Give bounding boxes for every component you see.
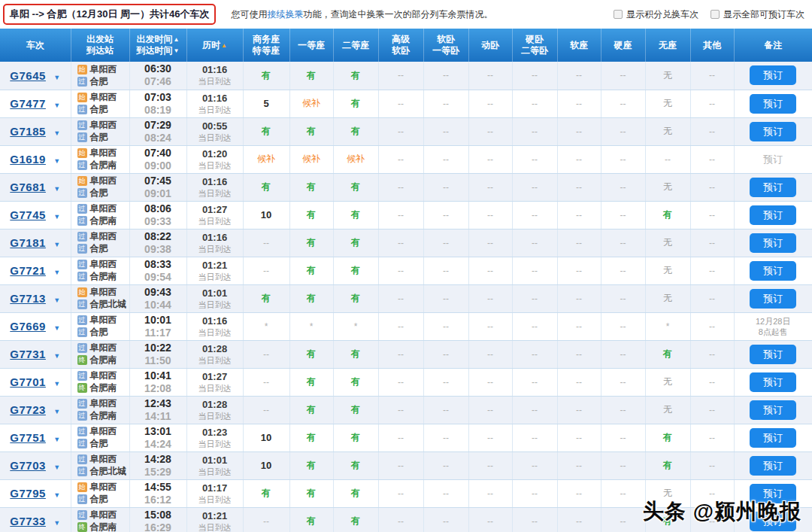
train-number-link[interactable]: G7713 xyxy=(10,292,46,305)
chevron-down-icon[interactable]: ▼ xyxy=(53,102,60,109)
book-button[interactable]: 预订 xyxy=(750,372,796,392)
all-bookable-option[interactable]: 显示全部可预订车次 xyxy=(710,8,804,21)
chevron-down-icon[interactable]: ▼ xyxy=(53,491,60,499)
column-header-times[interactable]: 出发时间▲到达时间▼ xyxy=(129,29,186,62)
seat-first-class: 有 xyxy=(289,229,333,257)
book-button[interactable]: 预订 xyxy=(750,233,796,253)
topbar: 阜阳 --> 合肥（12月30日 周一）共计46个车次 您可使用接续换乘功能，查… xyxy=(0,0,812,29)
seat-soft-seat: -- xyxy=(557,368,601,396)
to-station-badge: 终 xyxy=(77,355,87,365)
book-button[interactable]: 预订 xyxy=(750,512,796,531)
train-number-link[interactable]: G7703 xyxy=(10,459,46,472)
chevron-down-icon[interactable]: ▼ xyxy=(53,324,60,332)
chevron-down-icon[interactable]: ▼ xyxy=(53,464,60,471)
stations-cell: 过 阜阳西 终 合肥南 xyxy=(71,507,129,532)
points-exchange-option[interactable]: 显示积分兑换车次 xyxy=(614,8,698,21)
stations-cell: 始 阜阳西 过 合肥南 xyxy=(71,145,129,173)
duration-cell: 01:01 当日到达 xyxy=(186,451,243,479)
seat-motor-sleeper: -- xyxy=(468,368,512,396)
seat-hard-sleeper: -- xyxy=(512,424,557,451)
arrival-day: 当日到达 xyxy=(187,327,243,338)
book-button[interactable]: 预订 xyxy=(750,456,796,476)
train-number-link[interactable]: G7681 xyxy=(10,181,46,193)
train-number-link[interactable]: G7731 xyxy=(10,348,46,360)
train-number-link[interactable]: G7669 xyxy=(10,320,46,333)
column-header-duration[interactable]: 历时▲ xyxy=(186,29,243,62)
seat-hard-sleeper: -- xyxy=(512,479,557,507)
seat-soft-sleeper: -- xyxy=(423,479,468,507)
seat-premium-soft-sleeper: -- xyxy=(378,368,423,396)
book-button[interactable]: 预订 xyxy=(750,400,796,420)
book-button[interactable]: 预订 xyxy=(750,122,796,141)
all-bookable-checkbox[interactable] xyxy=(710,10,720,19)
column-header-business-seat: 商务座特等座 xyxy=(243,29,289,62)
seat-soft-seat: -- xyxy=(557,145,601,173)
book-button[interactable]: 预订 xyxy=(750,65,796,85)
arrival-day: 当日到达 xyxy=(187,522,243,532)
seat-soft-sleeper: -- xyxy=(423,201,468,229)
action-cell: 预订 xyxy=(734,117,812,145)
chevron-down-icon[interactable]: ▼ xyxy=(53,185,60,193)
from-station: 阜阳西 xyxy=(90,258,117,271)
chevron-down-icon[interactable]: ▼ xyxy=(53,157,60,165)
chevron-down-icon[interactable]: ▼ xyxy=(53,408,60,415)
seat-second-class: 有 xyxy=(333,451,378,479)
chevron-down-icon[interactable]: ▼ xyxy=(53,296,60,304)
train-number-link[interactable]: G7795 xyxy=(10,487,46,500)
train-number-link[interactable]: G7745 xyxy=(10,208,46,221)
book-button[interactable]: 预订 xyxy=(750,345,796,364)
chevron-down-icon[interactable]: ▼ xyxy=(53,436,60,443)
duration-cell: 01:16 当日到达 xyxy=(186,173,243,201)
train-number-link[interactable]: G7477 xyxy=(10,97,46,110)
chevron-down-icon[interactable]: ▼ xyxy=(53,213,60,220)
seat-hard-sleeper: -- xyxy=(512,340,557,368)
points-exchange-checkbox[interactable] xyxy=(614,10,623,19)
chevron-down-icon[interactable]: ▼ xyxy=(53,269,60,276)
chevron-down-icon[interactable]: ▼ xyxy=(53,241,60,248)
book-button[interactable]: 预订 xyxy=(750,261,796,281)
seat-first-class: 有 xyxy=(289,201,333,229)
train-number-link[interactable]: G7733 xyxy=(10,515,46,527)
seat-motor-sleeper: -- xyxy=(468,284,512,312)
departure-time: 13:01 xyxy=(130,425,186,438)
from-station-badge: 过 xyxy=(77,454,87,464)
stations-cell: 过 阜阳西 过 合肥南 xyxy=(71,257,129,284)
train-number-link[interactable]: G7723 xyxy=(10,403,46,416)
book-button[interactable]: 预订 xyxy=(750,484,796,503)
train-number-link[interactable]: G7645 xyxy=(10,69,46,82)
train-number-link[interactable]: G7721 xyxy=(10,264,46,277)
train-number-link[interactable]: G7751 xyxy=(10,431,46,444)
chevron-down-icon[interactable]: ▼ xyxy=(53,380,60,388)
times-cell: 06:30 07:46 xyxy=(129,62,186,90)
book-button[interactable]: 预订 xyxy=(750,428,796,448)
table-row: G7713 ▼ 始 阜阳西 过 合肥北城 09:43 10:44 01:01 当… xyxy=(0,284,812,312)
arrival-day: 当日到达 xyxy=(187,411,243,421)
train-number-link[interactable]: G7181 xyxy=(10,236,46,249)
seat-first-class: 有 xyxy=(289,396,333,424)
departure-time: 07:40 xyxy=(130,147,186,160)
from-station: 阜阳西 xyxy=(90,119,117,132)
chevron-down-icon[interactable]: ▼ xyxy=(53,74,60,81)
times-cell: 07:45 09:01 xyxy=(129,173,186,201)
action-cell: 预订 xyxy=(734,229,812,257)
chevron-down-icon[interactable]: ▼ xyxy=(53,129,60,137)
seat-hard-seat: -- xyxy=(601,201,645,229)
times-cell: 10:01 11:17 xyxy=(129,312,186,340)
train-number-link[interactable]: G7185 xyxy=(10,125,46,138)
book-button[interactable]: 预订 xyxy=(750,205,796,225)
book-button[interactable]: 预订 xyxy=(750,289,796,309)
chevron-down-icon[interactable]: ▼ xyxy=(53,519,60,527)
train-number-link[interactable]: G7701 xyxy=(10,375,46,388)
train-number-link[interactable]: G1619 xyxy=(10,153,46,166)
duration: 01:16 xyxy=(187,315,243,327)
seat-first-class: 有 xyxy=(289,62,333,90)
book-button[interactable]: 预订 xyxy=(750,178,796,197)
chevron-down-icon[interactable]: ▼ xyxy=(53,352,60,360)
seat-no-seat: 无 xyxy=(645,284,690,312)
book-button[interactable]: 预订 xyxy=(750,94,796,114)
transfer-link[interactable]: 接续换乘 xyxy=(267,9,303,20)
seat-hard-seat: -- xyxy=(601,62,645,90)
seat-business: 10 xyxy=(243,424,289,451)
departure-time: 14:28 xyxy=(130,453,186,466)
seat-no-seat: 无 xyxy=(645,90,690,117)
